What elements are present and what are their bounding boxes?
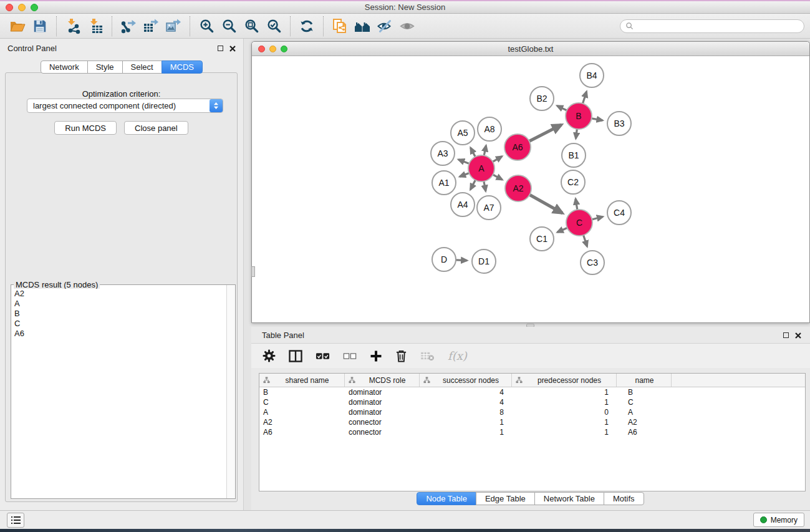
float-table-panel-icon[interactable] bbox=[783, 332, 789, 338]
table-panel-title: Table Panel bbox=[262, 331, 304, 340]
import-network-button[interactable] bbox=[62, 16, 84, 37]
mcds-result-item-a6[interactable]: A6 bbox=[12, 329, 226, 339]
export-table-button[interactable] bbox=[140, 16, 162, 37]
graph-node-C[interactable] bbox=[566, 210, 592, 236]
run-mcds-button[interactable]: Run MCDS bbox=[54, 121, 117, 135]
graph-node-A3[interactable] bbox=[431, 142, 455, 165]
zoom-selected-button[interactable] bbox=[263, 16, 285, 37]
graph-node-A7[interactable] bbox=[477, 196, 501, 220]
save-session-button[interactable] bbox=[29, 16, 51, 37]
show-column-button[interactable] bbox=[289, 350, 302, 362]
search-input[interactable] bbox=[634, 22, 799, 31]
column-header-successor-nodes[interactable]: successor nodes bbox=[420, 374, 512, 387]
mcds-result-item-c[interactable]: C bbox=[12, 319, 226, 329]
canvas-scroll-handle[interactable] bbox=[251, 266, 255, 277]
tab-edge-table[interactable]: Edge Table bbox=[476, 492, 535, 505]
column-header-name[interactable]: name bbox=[617, 374, 672, 387]
cell-predecessor_nodes: 1 bbox=[512, 398, 617, 407]
show-selected-button[interactable] bbox=[396, 16, 418, 37]
import-table-button[interactable] bbox=[84, 16, 107, 37]
graph-node-B3[interactable] bbox=[607, 112, 631, 135]
function-builder-button-disabled: f(x) bbox=[448, 349, 467, 362]
graph-node-B4[interactable] bbox=[580, 64, 604, 87]
graph-node-C2[interactable] bbox=[561, 170, 585, 194]
toolbar-separator bbox=[323, 16, 324, 36]
graph-node-B1[interactable] bbox=[562, 143, 586, 167]
close-panel-icon[interactable] bbox=[229, 46, 236, 52]
graph-node-B[interactable] bbox=[566, 103, 592, 129]
tab-mcds[interactable]: MCDS bbox=[162, 60, 203, 74]
duplicate-network-button[interactable] bbox=[329, 16, 351, 37]
create-column-button[interactable] bbox=[370, 350, 382, 362]
graph-node-A[interactable] bbox=[468, 155, 494, 181]
memory-label: Memory bbox=[771, 516, 798, 525]
network-window-title: testGlobe.txt bbox=[252, 44, 809, 54]
graph-node-C3[interactable] bbox=[581, 251, 604, 274]
close-table-panel-icon[interactable] bbox=[795, 332, 801, 339]
column-header-shared-name[interactable]: shared name bbox=[259, 374, 345, 387]
cell-successor_nodes: 4 bbox=[420, 388, 512, 397]
export-network-button[interactable] bbox=[117, 16, 140, 37]
refresh-button[interactable] bbox=[296, 16, 318, 37]
graph-node-A8[interactable] bbox=[478, 117, 501, 141]
task-history-button[interactable] bbox=[7, 513, 24, 528]
close-panel-button[interactable]: Close panel bbox=[124, 121, 188, 135]
trash-icon bbox=[395, 349, 407, 362]
zoom-out-button[interactable] bbox=[218, 16, 240, 37]
network-graph: AA1A2A3A4A5A6A7A8BB1B2B3B4CC1C2C3C4DD1 bbox=[252, 56, 809, 322]
tab-style[interactable]: Style bbox=[87, 60, 123, 74]
mcds-result-item-a[interactable]: A bbox=[12, 299, 226, 309]
network-window-titlebar[interactable]: testGlobe.txt bbox=[252, 42, 809, 56]
table-row-a2[interactable]: A2connector11A2 bbox=[259, 417, 805, 427]
cell-successor_nodes: 1 bbox=[420, 428, 512, 437]
zoom-fit-button[interactable] bbox=[240, 16, 263, 37]
graph-node-A1[interactable] bbox=[432, 171, 456, 195]
tab-motifs[interactable]: Motifs bbox=[604, 492, 644, 505]
cell-successor_nodes: 1 bbox=[420, 418, 512, 427]
graph-node-D1[interactable] bbox=[472, 249, 496, 273]
open-session-button[interactable] bbox=[6, 16, 29, 37]
export-network-icon bbox=[120, 18, 137, 34]
desktop-edge-bottom bbox=[0, 529, 810, 532]
toolbar-separator bbox=[56, 16, 57, 36]
graph-node-C4[interactable] bbox=[607, 201, 631, 225]
table-row-c[interactable]: Cdominator41C bbox=[259, 397, 805, 407]
graph-node-A2[interactable] bbox=[505, 175, 531, 201]
graph-node-A6[interactable] bbox=[504, 134, 531, 160]
cell-mcds_role: dominator bbox=[345, 398, 420, 407]
cell-mcds_role: dominator bbox=[345, 408, 420, 417]
column-header-mcds-role[interactable]: MCDS role bbox=[345, 374, 420, 387]
column-header-predecessor-nodes[interactable]: predecessor nodes bbox=[512, 374, 617, 387]
memory-button[interactable]: Memory bbox=[753, 513, 804, 527]
optimization-criterion-dropdown[interactable]: largest connected component (directed) bbox=[27, 99, 223, 113]
select-all-columns-button[interactable] bbox=[316, 352, 330, 360]
graph-node-A5[interactable] bbox=[451, 121, 475, 145]
mcds-result-scrollbar[interactable] bbox=[226, 285, 235, 498]
zoom-in-button[interactable] bbox=[195, 16, 218, 37]
table-row-a[interactable]: Adominator80A bbox=[259, 407, 805, 417]
graph-node-B2[interactable] bbox=[530, 87, 554, 110]
hide-selected-button[interactable] bbox=[374, 16, 396, 37]
mcds-result-box: MCDS result (5 nodes) A2ABCA6 bbox=[11, 284, 236, 499]
tab-select[interactable]: Select bbox=[122, 60, 162, 74]
tab-network-table[interactable]: Network Table bbox=[534, 492, 604, 505]
tab-network[interactable]: Network bbox=[41, 60, 88, 74]
control-panel: Control Panel NetworkStyleSelectMCDS Opt… bbox=[0, 39, 244, 510]
graph-node-A4[interactable] bbox=[451, 193, 475, 216]
show-all-networks-button[interactable] bbox=[351, 16, 374, 37]
network-canvas[interactable]: AA1A2A3A4A5A6A7A8BB1B2B3B4CC1C2C3C4DD1 bbox=[252, 56, 809, 322]
graph-node-C1[interactable] bbox=[530, 227, 554, 251]
table-settings-button[interactable] bbox=[263, 349, 276, 362]
export-image-button[interactable] bbox=[162, 16, 185, 37]
graph-node-D[interactable] bbox=[432, 248, 456, 271]
float-panel-icon[interactable] bbox=[218, 46, 223, 51]
houses-icon bbox=[354, 18, 371, 34]
list-icon bbox=[9, 515, 22, 525]
table-row-a6[interactable]: A6connector11A6 bbox=[259, 427, 805, 437]
delete-column-button[interactable] bbox=[395, 349, 407, 362]
mcds-result-item-b[interactable]: B bbox=[12, 309, 226, 319]
unselect-all-columns-button[interactable] bbox=[343, 352, 357, 360]
table-row-b[interactable]: Bdominator41B bbox=[259, 387, 805, 397]
mcds-result-item-a2[interactable]: A2 bbox=[12, 289, 226, 299]
tab-node-table[interactable]: Node Table bbox=[417, 492, 476, 505]
